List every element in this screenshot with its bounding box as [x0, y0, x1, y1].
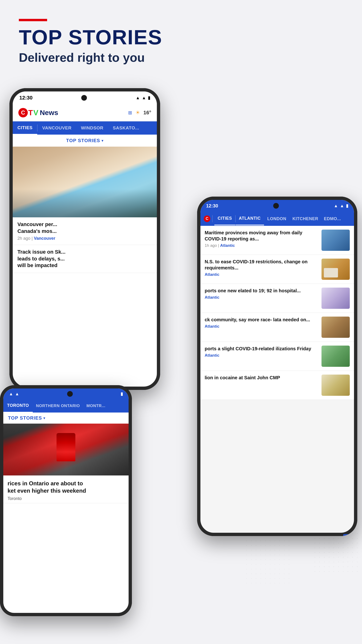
status-bar-1: 12:30 ▲ ▲ ▮: [13, 92, 157, 104]
news-thumbnail-2: [322, 258, 350, 280]
page-background: TOP STORIES Delivered right to you 12:30…: [0, 0, 362, 644]
ctv-header-1: C T V News ⊞ ☀ 16°: [13, 104, 157, 122]
nav-edmonton[interactable]: EDMO...: [321, 212, 344, 225]
news-list-content-3: ports one new elated to 19; 92 in hospit…: [205, 288, 318, 309]
news-list-item-2[interactable]: N.S. to ease COVID-19 restrictions, chan…: [200, 255, 354, 284]
news-item-2[interactable]: Track issue on Sk...leads to delays, s..…: [13, 245, 157, 273]
section-title-3[interactable]: TOP STORIES: [8, 415, 42, 421]
chevron-down-icon-3: ▾: [43, 416, 45, 420]
status-bar-3: ▲ ▲ ▮: [3, 388, 129, 399]
news-list-item-5[interactable]: ports a slight COVID-19-related ilizatio…: [200, 342, 354, 371]
status-icons-3b: ▮: [121, 391, 123, 396]
signal-icon-3: ▲: [15, 392, 19, 396]
nav-vancouver[interactable]: VANCOUVER: [37, 122, 76, 134]
battery-icon: ▮: [148, 95, 150, 100]
news-thumbnail-4: [322, 316, 350, 338]
news-list-meta-4: Atlantic: [205, 324, 318, 329]
news-list-title-3: ports one new elated to 19; 92 in hospit…: [205, 288, 318, 294]
wifi-icon: ▲: [136, 96, 140, 100]
news-list-title-4: ck community, say more race- lata needed…: [205, 316, 318, 323]
news-list-item-3[interactable]: ports one new elated to 19; 92 in hospit…: [200, 284, 354, 313]
camera-notch-1: [81, 95, 87, 101]
news-list-title-5: ports a slight COVID-19-related ilizatio…: [205, 346, 318, 352]
phones-container: 12:30 ▲ ▲ ▮ C T V News: [0, 79, 362, 597]
main-title: TOP STORIES: [19, 27, 343, 48]
weather-icon: ☀: [135, 110, 140, 116]
status-icons-3: ▲ ▲: [9, 392, 19, 396]
news-list-title-1: Maritime provinces moving away from dail…: [205, 230, 318, 242]
nav-london[interactable]: LONDON: [264, 212, 290, 225]
news-list-content-6: lion in cocaine at Saint John CMP: [205, 374, 318, 396]
news-thumbnail-6: [322, 374, 350, 396]
section-header-3: TOP STORIES ▾: [3, 412, 129, 424]
weather-temp: 16°: [143, 110, 151, 116]
camera-notch-3: [67, 391, 73, 397]
news-list-content-1: Maritime provinces moving away from dail…: [205, 230, 318, 251]
news-list-title-2: N.S. to ease COVID-19 restrictions, chan…: [205, 258, 318, 271]
news-list-item-6[interactable]: lion in cocaine at Saint John CMP: [200, 371, 354, 400]
section-title-1[interactable]: TOP STORIES: [66, 138, 100, 143]
news-list-meta-3: Atlantic: [205, 295, 318, 300]
logo-c: C: [18, 108, 28, 118]
nav-montreal[interactable]: MONTR...: [83, 399, 109, 412]
ctv-logo-1: C T V News: [18, 108, 58, 118]
subtitle: Delivered right to you: [19, 50, 343, 64]
status-time-1: 12:30: [19, 95, 32, 101]
news-meta-1: 2h ago | Vancouver: [17, 236, 152, 241]
header-right-1: ⊞ ☀ 16°: [128, 110, 151, 116]
nav-cities-1[interactable]: CITIES: [13, 122, 37, 134]
news-list-content-2: N.S. to ease COVID-19 restrictions, chan…: [205, 258, 318, 280]
wifi-icon-2: ▲: [334, 204, 338, 208]
nav-saskatoon[interactable]: SASKATO...: [108, 122, 144, 134]
wifi-icon-3: ▲: [9, 392, 13, 396]
news-list-content-4: ck community, say more race- lata needed…: [205, 316, 318, 338]
red-bar-decoration: [19, 19, 47, 21]
news-list-meta-2: Atlantic: [205, 272, 318, 277]
phone-vancouver: 12:30 ▲ ▲ ▮ C T V News: [9, 88, 160, 390]
signal-icon: ▲: [142, 96, 146, 100]
nav-cities-2[interactable]: CITIES: [214, 212, 235, 225]
logo-t: T: [28, 108, 33, 117]
header-section: TOP STORIES Delivered right to you: [0, 0, 362, 74]
news-list-item-4[interactable]: ck community, say more race- lata needed…: [200, 313, 354, 342]
signal-icon-2: ▲: [340, 204, 344, 208]
news-item-1[interactable]: Vancouver per...Canada's mos... 2h ago |…: [13, 217, 157, 245]
news-item-toronto-1[interactable]: rices in Ontario are about toket even hi…: [3, 476, 129, 503]
nav-kitchener[interactable]: KITCHENER: [290, 212, 321, 225]
status-icons-1: ▲ ▲ ▮: [136, 95, 150, 100]
phone-atlantic: 12:30 ▲ ▲ ▮ C CITIES ATLANT: [197, 196, 357, 536]
nav-toronto[interactable]: TORONTO: [3, 399, 33, 412]
ctv-small-logo: C: [204, 216, 210, 222]
nav-northern-ontario[interactable]: NORTHERN ONTARIO: [33, 399, 83, 412]
status-time-2: 12:30: [206, 203, 218, 208]
cast-icon[interactable]: ⊞: [128, 110, 132, 116]
news-list-meta-1: 1h ago | Atlantic: [205, 243, 318, 248]
news-thumbnail-1: [322, 230, 350, 251]
camera-notch-2: [273, 203, 279, 208]
news-list-content-5: ports a slight COVID-19-related ilizatio…: [205, 346, 318, 367]
news-list-item-1[interactable]: Maritime provinces moving away from dail…: [200, 226, 354, 255]
logo-v: V: [33, 108, 38, 117]
chevron-down-icon-1: ▾: [101, 138, 103, 143]
battery-icon-3: ▮: [121, 391, 123, 396]
news-meta-toronto: Toronto: [7, 496, 124, 501]
section-header-1: TOP STORIES ▾: [13, 134, 157, 146]
news-list-meta-5: Atlantic: [205, 353, 318, 358]
bottom-bar-indicator: [343, 534, 357, 536]
nav-bar-1: CITIES VANCOUVER WINDSOR SASKATO...: [13, 122, 157, 134]
phone-toronto: ▲ ▲ ▮ TORONTO NORTHERN ONTARIO MONTR...: [0, 385, 132, 616]
hero-image-3: [3, 424, 129, 476]
nav-atlantic[interactable]: ATLANTIC: [236, 212, 264, 225]
nav-divider-2: [212, 215, 212, 222]
status-bar-2: 12:30 ▲ ▲ ▮: [200, 200, 354, 212]
news-thumbnail-3: [322, 288, 350, 309]
dots-decoration-2: [244, 538, 291, 586]
nav-windsor[interactable]: WINDSOR: [76, 122, 108, 134]
news-title-2: Track issue on Sk...leads to delays, s..…: [17, 249, 152, 269]
battery-icon-2: ▮: [346, 203, 348, 208]
news-title-1: Vancouver per...Canada's mos...: [17, 221, 152, 234]
news-list-title-6: lion in cocaine at Saint John CMP: [205, 374, 318, 381]
news-thumbnail-5: [322, 346, 350, 367]
logo-news: News: [40, 109, 58, 117]
status-icons-2: ▲ ▲ ▮: [334, 203, 348, 208]
